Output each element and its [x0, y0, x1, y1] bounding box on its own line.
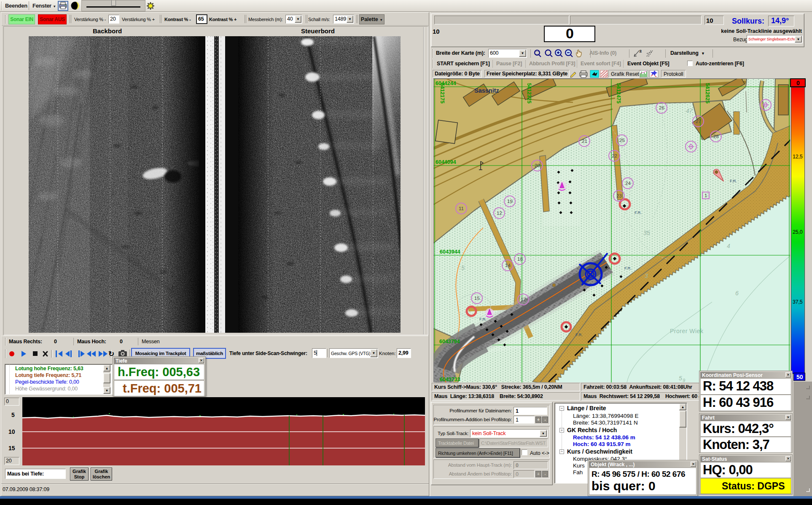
svg-text:23: 23 [616, 193, 622, 198]
svg-text:6: 6 [735, 290, 739, 297]
svg-text:3: 3 [645, 273, 648, 279]
svg-text:15: 15 [474, 296, 480, 301]
svg-text:6044094: 6044094 [436, 159, 456, 165]
svg-text:18: 18 [517, 257, 523, 262]
svg-text:F.R.: F.R. [730, 179, 737, 183]
svg-text:Prorer Wiek: Prorer Wiek [670, 328, 704, 334]
svg-text:5412175: 5412175 [439, 83, 445, 104]
svg-text:35: 35 [643, 230, 650, 236]
svg-text:F.R.: F.R. [635, 210, 642, 215]
svg-text:4: 4 [727, 243, 730, 249]
svg-text:11: 11 [459, 206, 464, 211]
svg-text:27: 27 [696, 119, 701, 124]
svg-text:14: 14 [505, 263, 511, 268]
svg-text:5: 5 [679, 375, 682, 382]
svg-text:20: 20 [535, 163, 540, 168]
svg-text:F.R.: F.R. [479, 317, 487, 321]
svg-text:9: 9 [683, 378, 685, 382]
svg-text:5412475: 5412475 [616, 83, 621, 104]
svg-text:22: 22 [612, 153, 617, 158]
svg-text:26: 26 [659, 105, 664, 110]
svg-text:F.R.: F.R. [624, 266, 632, 270]
svg-text:5412325: 5412325 [526, 83, 532, 104]
svg-text:6043944: 6043944 [440, 249, 460, 255]
svg-text:F.R.: F.R. [575, 332, 583, 337]
svg-text:21: 21 [582, 139, 587, 144]
svg-text:19: 19 [507, 199, 513, 204]
svg-text:6043733: 6043733 [440, 377, 460, 382]
svg-text:6044244: 6044244 [436, 80, 456, 86]
svg-text:6043794: 6043794 [439, 339, 460, 345]
svg-text:28: 28 [713, 134, 719, 139]
svg-text:Sassnitz: Sassnitz [474, 87, 499, 94]
svg-text:24: 24 [625, 181, 631, 186]
svg-text:47: 47 [686, 107, 693, 114]
svg-text:25: 25 [619, 138, 625, 143]
svg-text:5412625: 5412625 [704, 83, 710, 104]
svg-text:1: 1 [704, 193, 707, 198]
svg-text:17: 17 [521, 297, 526, 302]
svg-text:12: 12 [497, 211, 502, 216]
svg-text:2: 2 [640, 49, 642, 53]
svg-text:5: 5 [461, 265, 465, 271]
